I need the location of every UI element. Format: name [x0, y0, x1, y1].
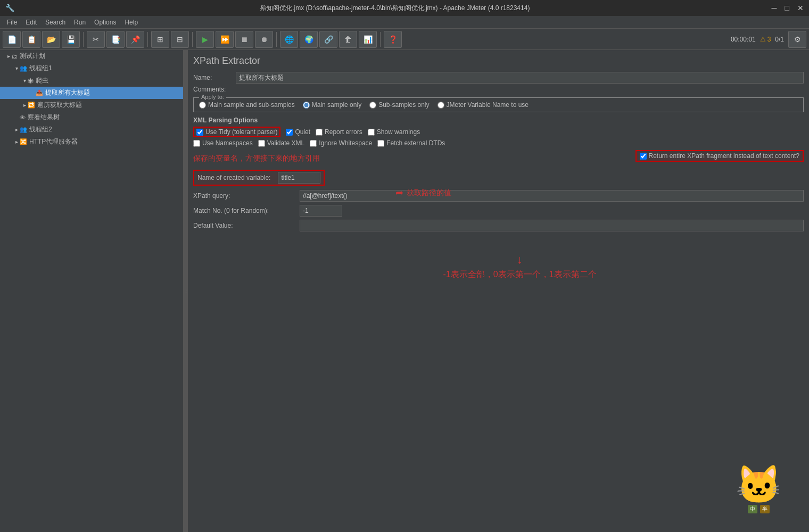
- minimize-button[interactable]: ─: [772, 4, 777, 12]
- radio-jmeter-var[interactable]: JMeter Variable Name to use: [437, 101, 529, 109]
- tree-item-spider[interactable]: ▾ 🕷 爬虫: [0, 74, 183, 87]
- toolbar-expand-btn[interactable]: ⊞: [151, 31, 169, 48]
- radio-sub-only-label: Sub-samples only: [378, 101, 429, 109]
- tree-expand-plan: ▸: [5, 53, 12, 59]
- default-input[interactable]: [300, 220, 804, 231]
- toolbar-help-btn[interactable]: ❓: [384, 31, 402, 48]
- xml-options-row2: Use Namespaces Validate XML Ignore White…: [193, 139, 804, 147]
- sidebar-divider[interactable]: ⋮: [184, 50, 188, 532]
- radio-main-only-input[interactable]: [303, 102, 310, 109]
- menu-run[interactable]: Run: [70, 18, 90, 27]
- return-fragment-label[interactable]: Return entire XPath fragment instead of …: [640, 152, 800, 160]
- show-warnings-label[interactable]: Show warnings: [368, 128, 420, 136]
- listener-icon: 👁: [20, 114, 26, 121]
- menu-help[interactable]: Help: [120, 18, 142, 27]
- tree-item-extractor[interactable]: 📤 提取所有大标题: [0, 87, 183, 99]
- xpath-input[interactable]: [300, 190, 804, 202]
- menu-file[interactable]: File: [3, 18, 21, 27]
- fetch-dtds-text: Fetch external DTDs: [386, 139, 445, 147]
- use-namespaces-label[interactable]: Use Namespaces: [193, 139, 253, 147]
- clear-icon: 🗑: [344, 35, 352, 44]
- toolbar-stop-btn[interactable]: ⏹: [235, 31, 253, 48]
- toolbar-save-btn[interactable]: 💾: [62, 31, 80, 48]
- quiet-checkbox[interactable]: [286, 129, 293, 136]
- toolbar-copy-btn[interactable]: 📑: [106, 31, 125, 48]
- report-errors-label[interactable]: Report errors: [316, 128, 362, 136]
- radio-main-sub-input[interactable]: [199, 102, 206, 109]
- tree-item-thread2[interactable]: ▸ 👥 线程组2: [0, 123, 183, 136]
- toolbar-clear-btn[interactable]: 🗑: [339, 31, 357, 48]
- toolbar-report-btn[interactable]: 📊: [359, 31, 377, 48]
- content-inner: XPath Extractor Name: Comments: Apply to…: [193, 55, 804, 280]
- menu-search[interactable]: Search: [41, 18, 70, 27]
- validate-xml-checkbox[interactable]: [258, 140, 265, 147]
- menu-options[interactable]: Options: [90, 18, 120, 27]
- radio-main-sub-label: Main sample and sub-samples: [208, 101, 295, 109]
- toolbar-time: 00:00:01 ⚠ 3 0/1 ⚙: [731, 31, 806, 48]
- tree-item-proxy[interactable]: ▸ 🔀 HTTP代理服务器: [0, 136, 183, 148]
- toolbar-cut-btn[interactable]: ✂: [87, 31, 105, 48]
- maximize-button[interactable]: □: [785, 4, 789, 12]
- xpath-arrow-icon: ➥: [395, 187, 403, 199]
- toolbar-new-btn[interactable]: 📄: [3, 31, 21, 48]
- content-area: XPath Extractor Name: Comments: Apply to…: [188, 50, 809, 532]
- toolbar-remote2-btn[interactable]: 🌍: [300, 31, 318, 48]
- radio-main-only[interactable]: Main sample only: [303, 101, 361, 109]
- radio-sub-only-input[interactable]: [369, 102, 376, 109]
- xml-options-title: XML Parsing Options: [193, 117, 804, 124]
- collapse-icon: ⊟: [177, 35, 183, 44]
- tree-item-thread1[interactable]: ▾ 👥 线程组1: [0, 62, 183, 74]
- toolbar-remote-btn[interactable]: 🌐: [280, 31, 298, 48]
- tree-expand-controller: ▸: [21, 102, 28, 108]
- quiet-label[interactable]: Quiet: [286, 128, 310, 136]
- cat-badge-zhong: 中: [748, 505, 757, 513]
- toolbar-start-no-pause-btn[interactable]: ⏩: [216, 31, 234, 48]
- variable-annotation: 保存的变量名，方便接下来的地方引用: [193, 154, 320, 163]
- tree-item-controller[interactable]: ▸ 🔁 遍历获取大标题: [0, 99, 183, 111]
- name-input[interactable]: [236, 72, 804, 84]
- toolbar-remote3-btn[interactable]: 🔗: [319, 31, 337, 48]
- radio-jmeter-var-input[interactable]: [437, 102, 444, 109]
- return-fragment-checkbox[interactable]: [640, 153, 647, 160]
- use-tidy-text: Use Tidy (tolerant parser): [205, 128, 277, 136]
- use-tidy-label[interactable]: Use Tidy (tolerant parser): [193, 127, 280, 137]
- titlebar-title: 殆知阁优化.jmx (D:\soft\apache-jmeter-4.0\bin…: [19, 4, 772, 13]
- toolbar-paste-btn[interactable]: 📌: [126, 31, 144, 48]
- tree-label-spider: 爬虫: [36, 76, 48, 85]
- open-icon: 📂: [47, 35, 56, 44]
- toolbar-shutdown-btn[interactable]: ⏺: [255, 31, 273, 48]
- tree-label-listener: 察看结果树: [28, 113, 60, 122]
- radio-sub-only[interactable]: Sub-samples only: [369, 101, 429, 109]
- help-icon: ❓: [389, 35, 398, 44]
- toolbar-sep-5: [380, 32, 381, 47]
- close-button[interactable]: ✕: [797, 4, 804, 12]
- tree-label-thread1: 线程组1: [29, 64, 52, 73]
- validate-xml-text: Validate XML: [267, 139, 304, 147]
- match-input[interactable]: [300, 205, 342, 217]
- menu-edit[interactable]: Edit: [21, 18, 41, 27]
- tree-item-plan[interactable]: ▸ 🗂 测试计划: [0, 50, 183, 62]
- cat-decoration: 🐱 中 半: [719, 458, 798, 521]
- fetch-dtds-checkbox[interactable]: [377, 140, 384, 147]
- tree-item-listener[interactable]: 👁 察看结果树: [0, 111, 183, 123]
- toolbar-open-btn[interactable]: 📂: [42, 31, 60, 48]
- use-tidy-checkbox[interactable]: [196, 129, 203, 136]
- variable-input[interactable]: [278, 172, 320, 184]
- menubar: File Edit Search Run Options Help: [0, 16, 809, 29]
- toolbar-collapse-btn[interactable]: ⊟: [171, 31, 189, 48]
- fetch-dtds-label[interactable]: Fetch external DTDs: [377, 139, 445, 147]
- titlebar-controls: ─ □ ✕: [772, 4, 804, 12]
- report-errors-checkbox[interactable]: [316, 129, 323, 136]
- toolbar-start-btn[interactable]: ▶: [196, 31, 214, 48]
- use-namespaces-checkbox[interactable]: [193, 140, 200, 147]
- validate-xml-label[interactable]: Validate XML: [258, 139, 304, 147]
- toolbar-settings-btn[interactable]: ⚙: [788, 31, 806, 48]
- xpath-row: XPath query:: [193, 190, 804, 202]
- show-warnings-checkbox[interactable]: [368, 129, 375, 136]
- match-annotation: -1表示全部，0表示第一个，1表示第二个: [236, 269, 804, 280]
- radio-main-sub[interactable]: Main sample and sub-samples: [199, 101, 295, 109]
- default-row: Default Value:: [193, 220, 804, 231]
- ignore-whitespace-label[interactable]: Ignore Whitespace: [310, 139, 372, 147]
- toolbar-template-btn[interactable]: 📋: [22, 31, 40, 48]
- ignore-whitespace-checkbox[interactable]: [310, 140, 317, 147]
